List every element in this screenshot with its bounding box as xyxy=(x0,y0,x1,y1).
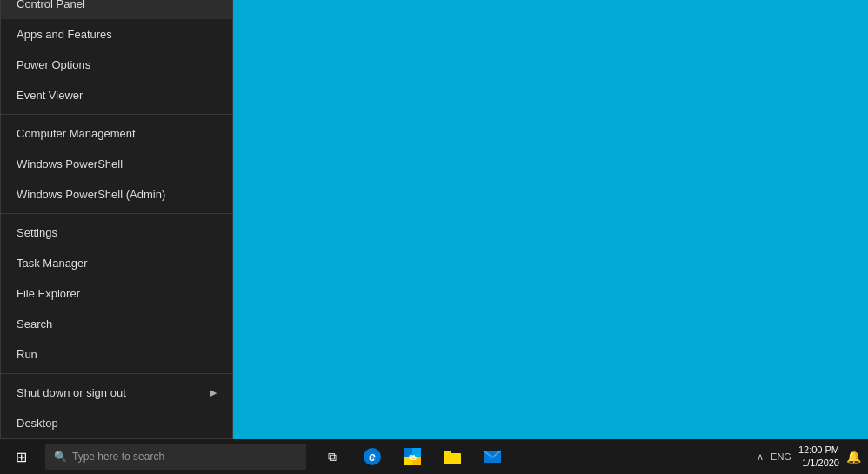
menu-item-windows-powershell[interactable]: Windows PowerShell xyxy=(1,149,232,179)
clock[interactable]: 12:00 PM 1/1/2020 xyxy=(798,444,839,471)
svg-text:🛍: 🛍 xyxy=(409,453,417,462)
divider-1 xyxy=(1,114,232,115)
menu-item-shut-down[interactable]: Shut down or sign out ▶ xyxy=(1,377,232,408)
edge-icon-button[interactable]: e xyxy=(353,439,391,474)
menu-item-run[interactable]: Run xyxy=(1,339,232,370)
divider-3 xyxy=(1,373,232,374)
menu-item-event-viewer[interactable]: Event Viewer xyxy=(1,80,232,110)
menu-item-power-options[interactable]: Power Options xyxy=(1,50,232,80)
menu-item-computer-management[interactable]: Computer Management xyxy=(1,118,232,149)
file-explorer-icon-button[interactable] xyxy=(433,439,471,474)
time-display: 12:00 PM xyxy=(798,444,839,457)
divider-2 xyxy=(1,213,232,214)
menu-item-settings[interactable]: Settings xyxy=(1,217,232,248)
file-explorer-icon xyxy=(443,448,462,465)
store-icon-button[interactable]: 🛍 xyxy=(393,439,431,474)
windows-logo-icon: ⊞ xyxy=(16,449,27,465)
menu-item-apps-features[interactable]: Apps and Features xyxy=(1,19,232,50)
svg-rect-6 xyxy=(444,451,451,455)
taskbar: ⊞ 🔍 Type here to search ⧉ e 🛍 xyxy=(0,439,868,474)
search-icon: 🔍 xyxy=(54,451,67,463)
taskbar-app-icons: ⧉ e 🛍 xyxy=(313,439,511,474)
menu-item-task-manager[interactable]: Task Manager xyxy=(1,248,232,278)
mail-icon xyxy=(483,450,502,464)
mail-icon-button[interactable] xyxy=(473,439,511,474)
system-tray: ∧ xyxy=(757,451,764,463)
task-view-button[interactable]: ⧉ xyxy=(313,439,351,474)
search-placeholder: Type here to search xyxy=(72,451,164,463)
taskbar-right-area: ∧ ENG 12:00 PM 1/1/2020 🔔 xyxy=(757,439,868,474)
store-icon: 🛍 xyxy=(404,448,421,465)
task-view-icon: ⧉ xyxy=(328,450,337,464)
context-menu: Control Panel Apps and Features Power Op… xyxy=(0,0,233,439)
menu-item-desktop[interactable]: Desktop xyxy=(1,408,232,438)
chevron-right-icon: ▶ xyxy=(210,387,217,398)
start-button[interactable]: ⊞ xyxy=(0,439,42,474)
edge-browser-icon: e xyxy=(364,448,381,465)
taskbar-search[interactable]: 🔍 Type here to search xyxy=(45,444,306,470)
menu-item-windows-powershell-admin[interactable]: Windows PowerShell (Admin) xyxy=(1,179,232,210)
menu-item-file-explorer[interactable]: File Explorer xyxy=(1,278,232,309)
language-indicator: ENG xyxy=(771,451,791,462)
notification-icon[interactable]: 🔔 xyxy=(846,450,861,464)
desktop: Control Panel Apps and Features Power Op… xyxy=(0,0,868,474)
date-display: 1/1/2020 xyxy=(798,457,839,470)
menu-item-control-panel[interactable]: Control Panel xyxy=(1,0,232,19)
menu-item-search[interactable]: Search xyxy=(1,309,232,339)
